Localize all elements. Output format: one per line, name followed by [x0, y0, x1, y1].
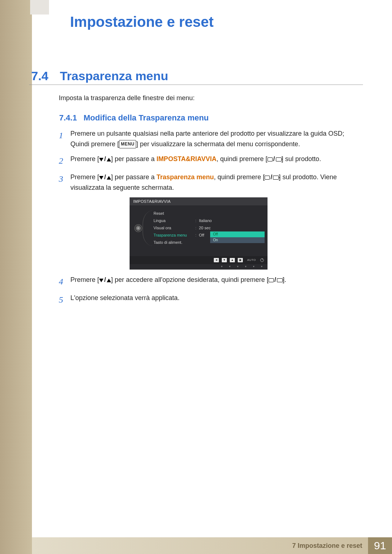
step-4-mid: ] per accedere all'opzione desiderata, q… [111, 276, 269, 283]
up-triangle-icon [107, 279, 111, 282]
select-icon-b [273, 176, 279, 180]
steps-list: 1 Premere un pulsante qualsiasi nella pa… [59, 128, 364, 311]
slash-icon: / [104, 173, 106, 181]
subsection-number: 7.4.1 [59, 113, 77, 122]
footer-chapter-label: 7 Impostazione e reset [292, 542, 362, 550]
step-text: Premere un pulsante qualsiasi nella part… [70, 128, 364, 149]
osd-title: IMPOSTA&RIAVVIA [130, 197, 268, 205]
step-number: 5 [59, 293, 70, 307]
down-triangle-icon [99, 279, 103, 282]
select-icon-a [269, 278, 274, 282]
step-2: 2 Premere [/] per passare a IMPOSTA&RIAV… [59, 154, 364, 168]
osd-option-on: On [210, 237, 265, 243]
osd-sidebar [130, 209, 147, 247]
select-icon-a [268, 157, 273, 161]
osd-nav-up-icon: ▲ [230, 258, 235, 262]
step-text: Premere [/] per passare a IMPOSTA&RIAVVI… [70, 154, 364, 164]
up-triangle-icon [107, 158, 111, 161]
osd-colon: : [195, 233, 199, 237]
down-triangle-icon [99, 158, 103, 161]
step-2-mid2: , quindi premere [ [216, 155, 267, 163]
down-triangle-icon [99, 176, 103, 180]
corner-tab [30, 0, 49, 15]
osd-label: Lingua [154, 218, 195, 223]
osd-value: 20 sec [199, 226, 265, 230]
osd-body: Reset Lingua : Italiano Visual ora : 20 … [130, 205, 268, 256]
step-3-mid2: , quindi premere [ [214, 173, 265, 181]
step-3-mid1: ] per passare a [111, 173, 156, 181]
osd-colon: : [195, 218, 199, 223]
power-icon [260, 258, 264, 262]
step-2-target: IMPOSTA&RIAVVIA [156, 155, 216, 163]
arc-decoration [143, 210, 153, 246]
dot-indicator: ▾ [261, 265, 262, 268]
osd-footer: ◄ ▼ ▲ ▣ AUTO [130, 256, 268, 264]
step-text: L'opzione selezionata verrà applicata. [70, 293, 364, 303]
gear-icon [135, 225, 142, 231]
step-3: 3 Premere [/] per passare a Trasparenza … [59, 172, 364, 193]
page-footer: 7 Impostazione e reset 91 [32, 537, 392, 554]
osd-auto-label: AUTO [246, 258, 257, 262]
step-4: 4 Premere [/] per accedere all'opzione d… [59, 275, 364, 288]
side-tab-stripe [0, 0, 32, 554]
dot-indicator: ▾ [229, 265, 230, 268]
osd-row-visualora: Visual ora : 20 sec [153, 224, 268, 231]
osd-panel: IMPOSTA&RIAVVIA Reset Lingua : Italiano [130, 197, 268, 270]
intro-text: Imposta la trasparenza delle finestre de… [59, 94, 195, 102]
select-icon-b [277, 278, 283, 282]
chapter-title: Impostazione e reset [70, 14, 214, 30]
subsection-title: Modifica della Trasparenza menu [83, 113, 209, 122]
step-4-pre: Premere [ [70, 276, 99, 283]
slash-icon: / [104, 155, 106, 163]
section-title: Trasparenza menu [60, 69, 168, 83]
step-number: 4 [59, 275, 70, 288]
slash-icon: / [104, 276, 106, 283]
subsection-heading: 7.4.1 Modifica della Trasparenza menu [59, 113, 209, 123]
dot-indicator: ▾ [245, 265, 246, 268]
step-number: 3 [59, 172, 70, 186]
section-number: 7.4 [31, 69, 48, 83]
osd-value: Italiano [199, 218, 265, 223]
step-text: Premere [/] per accedere all'opzione des… [70, 275, 364, 285]
osd-nav-down-icon: ▼ [222, 258, 227, 262]
slash-icon: / [270, 173, 272, 181]
select-icon-a [265, 176, 270, 180]
step-3-target: Trasparenza menu [156, 173, 214, 181]
section-divider [29, 85, 363, 85]
select-icon-b [276, 157, 282, 161]
step-1b-post: ] per visualizzare la schermata del menu… [136, 140, 300, 148]
osd-colon: : [195, 226, 199, 230]
step-1b-pre: Quindi premere [ [70, 140, 119, 148]
dot-indicator: ▾ [221, 265, 222, 268]
step-2-mid1: ] per passare a [111, 155, 156, 163]
dot-indicator: ▾ [237, 265, 238, 268]
menu-key-icon: MENU [119, 140, 136, 148]
step-5: 5 L'opzione selezionata verrà applicata. [59, 293, 364, 307]
step-2-post: ] sul prodotto. [282, 155, 321, 163]
osd-screenshot: IMPOSTA&RIAVVIA Reset Lingua : Italiano [130, 197, 268, 270]
osd-dropdown: Off On [210, 231, 265, 243]
osd-label: Tasto di aliment. [154, 240, 195, 245]
osd-label: Visual ora [154, 226, 195, 230]
osd-option-off: Off [210, 231, 265, 237]
osd-nav-left-icon: ◄ [214, 258, 219, 262]
osd-label: Reset [154, 211, 195, 216]
step-text: Premere [/] per passare a Trasparenza me… [70, 172, 364, 193]
osd-row-lingua: Lingua : Italiano [153, 217, 268, 224]
up-triangle-icon [107, 176, 111, 180]
step-1: 1 Premere un pulsante qualsiasi nella pa… [59, 128, 364, 149]
step-3-pre: Premere [ [70, 173, 99, 181]
step-number: 2 [59, 154, 70, 168]
footer-page-number: 91 [368, 537, 392, 554]
osd-row-reset: Reset [153, 210, 268, 217]
slash-icon: / [273, 155, 275, 163]
step-2-pre: Premere [ [70, 155, 99, 163]
osd-label: Trasparenza menu [154, 233, 195, 237]
step-1-line-a: Premere un pulsante qualsiasi nella part… [70, 130, 344, 137]
step-number: 1 [59, 128, 70, 142]
osd-nav-enter-icon: ▣ [238, 258, 243, 262]
dot-indicator: ▾ [253, 265, 254, 268]
slash-icon: / [274, 276, 276, 283]
